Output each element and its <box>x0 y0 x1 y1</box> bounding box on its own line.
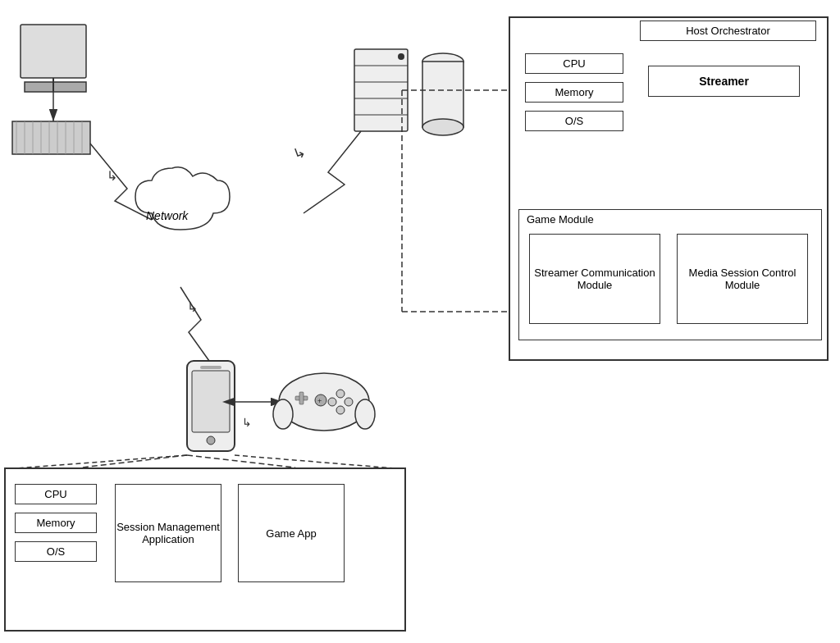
streamer-communication-module-box: Streamer Communication Module <box>529 234 660 324</box>
svg-line-49 <box>187 455 295 467</box>
svg-rect-32 <box>192 371 230 432</box>
svg-rect-31 <box>187 361 235 451</box>
svg-text:↳: ↳ <box>291 144 308 163</box>
host-memory-box: Memory <box>525 82 623 103</box>
media-session-module-box: Media Session Control Module <box>677 234 808 324</box>
svg-rect-24 <box>422 62 463 127</box>
session-mgmt-label: Session Management Application <box>116 521 221 545</box>
game-app-label: Game App <box>266 527 316 540</box>
svg-rect-6 <box>12 121 90 154</box>
svg-point-41 <box>328 398 336 406</box>
host-cpu-box: CPU <box>525 53 623 74</box>
svg-point-33 <box>207 436 215 445</box>
svg-text:↳: ↳ <box>242 416 252 429</box>
media-session-label: Media Session Control Module <box>678 267 807 291</box>
host-os-box: O/S <box>525 111 623 131</box>
svg-point-40 <box>336 406 345 414</box>
svg-rect-34 <box>200 366 221 369</box>
svg-point-23 <box>422 53 463 70</box>
phone-cpu-box: CPU <box>15 484 97 504</box>
svg-point-44 <box>315 394 326 406</box>
streamer-box: Streamer <box>648 66 800 97</box>
svg-rect-43 <box>299 392 304 404</box>
svg-text:+: + <box>317 397 322 405</box>
svg-point-39 <box>345 398 353 406</box>
session-management-box: Session Management Application <box>115 484 221 582</box>
svg-rect-2 <box>25 82 86 92</box>
diagram-container: ↳ ↳ ↳ <box>0 0 840 643</box>
game-app-box: Game App <box>238 484 345 582</box>
streamer-comm-label: Streamer Communication Module <box>530 267 660 291</box>
svg-point-46 <box>273 399 293 429</box>
svg-point-47 <box>355 399 375 429</box>
svg-text:↳: ↳ <box>187 300 198 314</box>
svg-rect-42 <box>295 396 308 400</box>
network-label: Network <box>146 209 188 222</box>
svg-point-25 <box>422 119 463 135</box>
phone-memory-box: Memory <box>15 513 97 533</box>
host-orchestrator-title: Host Orchestrator <box>640 21 816 41</box>
svg-rect-22 <box>398 53 404 60</box>
svg-text:↳: ↳ <box>107 169 117 183</box>
svg-line-48 <box>82 455 187 467</box>
svg-rect-3 <box>21 25 86 78</box>
svg-point-37 <box>279 373 369 431</box>
game-module-title: Game Module <box>523 212 597 227</box>
phone-os-box: O/S <box>15 541 97 562</box>
svg-rect-17 <box>354 49 408 131</box>
svg-point-38 <box>336 390 345 398</box>
